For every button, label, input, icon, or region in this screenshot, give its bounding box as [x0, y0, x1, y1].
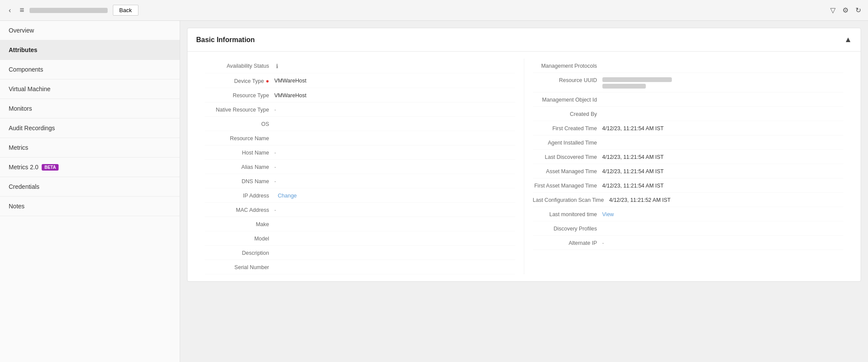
sidebar-item-inner: Components: [9, 66, 171, 73]
info-row: Resource Name: [205, 131, 515, 145]
filter-icon[interactable]: ▽: [829, 4, 837, 16]
hamburger-icon[interactable]: ≡: [20, 6, 24, 15]
info-label: First Created Time: [533, 125, 602, 132]
info-label: Native Resource Type: [205, 106, 274, 113]
info-label: Resource UUID: [533, 76, 602, 83]
info-value: [602, 62, 844, 63]
sidebar-item-metrics-2[interactable]: Metrics 2.0BETA: [0, 158, 180, 177]
info-row: Resource TypeVMWareHost: [205, 88, 515, 102]
info-row: Last Discovered Time4/12/23, 11:21:54 AM…: [533, 150, 844, 164]
sidebar-item-label: Metrics: [9, 144, 28, 151]
back-nav[interactable]: ‹: [5, 7, 14, 14]
sidebar-item-inner: Overview: [9, 27, 171, 34]
info-label: Description: [205, 249, 274, 256]
error-icon: ●: [266, 78, 269, 84]
info-grid: Availability StatusℹDevice Type●VMWareHo…: [196, 59, 852, 274]
change-link[interactable]: Change: [278, 193, 297, 199]
info-label: Management Protocols: [533, 62, 602, 69]
sidebar-item-inner: Credentials: [9, 183, 171, 190]
info-value: [602, 225, 844, 226]
info-row: Last Configuration Scan Time4/12/23, 11:…: [533, 193, 844, 207]
info-label: Alternate IP: [533, 239, 602, 246]
sidebar-item-audit-recordings[interactable]: Audit Recordings: [0, 118, 180, 138]
settings-icon[interactable]: ⚙: [841, 4, 850, 16]
sidebar-item-label: Components: [9, 66, 43, 73]
info-row: OS: [205, 117, 515, 131]
info-value: 4/12/23, 11:21:54 AM IST: [602, 168, 844, 174]
back-button[interactable]: Back: [113, 5, 138, 16]
sidebar-item-components[interactable]: Components: [0, 60, 180, 79]
left-column: Availability StatusℹDevice Type●VMWareHo…: [196, 59, 524, 274]
info-value: -: [274, 178, 515, 184]
refresh-icon[interactable]: ↻: [854, 4, 863, 16]
collapse-button[interactable]: ▲: [844, 35, 852, 44]
info-row: Management Object Id: [533, 92, 844, 107]
info-label: Last Discovered Time: [533, 153, 602, 160]
info-label: Management Object Id: [533, 96, 602, 103]
info-value: VMWareHost: [274, 77, 515, 84]
info-label: Model: [205, 235, 274, 242]
sidebar-item-notes[interactable]: Notes: [0, 197, 180, 216]
info-row: Agent Installed Time: [533, 135, 844, 150]
sidebar-item-label: Overview: [9, 27, 34, 34]
info-row: Discovery Profiles: [533, 221, 844, 236]
info-label: Asset Managed Time: [533, 168, 602, 174]
breadcrumb-blurred: [30, 8, 108, 13]
info-label: Created By: [533, 110, 602, 117]
sidebar-item-monitors[interactable]: Monitors: [0, 99, 180, 118]
info-row: Device Type●VMWareHost: [205, 73, 515, 88]
info-row: Host Name-: [205, 145, 515, 160]
info-label: Last monitored time: [533, 211, 602, 217]
info-label: Agent Installed Time: [533, 139, 602, 146]
sidebar-item-virtual-machine[interactable]: Virtual Machine: [0, 79, 180, 99]
info-row: DNS Name-: [205, 174, 515, 188]
info-value: [602, 76, 844, 89]
info-label: Availability Status: [205, 62, 274, 69]
sidebar-item-label: Attributes: [9, 46, 37, 53]
back-arrow-icon: ‹: [9, 7, 11, 14]
info-value: [274, 220, 515, 221]
sidebar-item-inner: Metrics: [9, 144, 171, 151]
sidebar-item-label: Monitors: [9, 105, 32, 112]
info-row: First Created Time4/12/23, 11:21:54 AM I…: [533, 121, 844, 135]
sidebar-item-metrics[interactable]: Metrics: [0, 138, 180, 158]
view-link[interactable]: View: [602, 211, 614, 217]
sidebar-item-overview[interactable]: Overview: [0, 21, 180, 40]
panel-body: Availability StatusℹDevice Type●VMWareHo…: [187, 52, 861, 281]
info-label: Serial Number: [205, 263, 274, 270]
info-label: Host Name: [205, 149, 274, 156]
sidebar-item-label: Credentials: [9, 183, 39, 190]
info-label: Make: [205, 220, 274, 227]
sidebar-item-inner: Notes: [9, 203, 171, 210]
sidebar-item-credentials[interactable]: Credentials: [0, 177, 180, 197]
sidebar-item-attributes[interactable]: Attributes: [0, 40, 180, 60]
info-row: First Asset Managed Time4/12/23, 11:21:5…: [533, 178, 844, 193]
info-value: [274, 263, 515, 264]
top-bar-left: ‹ ≡ Back: [5, 5, 829, 16]
info-row: Created By: [533, 107, 844, 121]
info-row: Description: [205, 246, 515, 260]
info-row: MAC Address-: [205, 203, 515, 217]
info-value: [274, 235, 515, 236]
info-value: -: [274, 163, 515, 170]
info-value: 4/12/23, 11:21:54 AM IST: [602, 125, 844, 132]
info-value: View: [602, 211, 844, 217]
sidebar-item-label: Audit Recordings: [9, 125, 55, 132]
info-label: First Asset Managed Time: [533, 182, 602, 189]
info-value: Change: [274, 192, 515, 199]
info-value: [602, 110, 844, 111]
info-value: VMWareHost: [274, 92, 515, 99]
info-value: [274, 249, 515, 250]
sidebar-item-inner: Monitors: [9, 105, 171, 112]
info-label: IP Address: [205, 192, 274, 199]
info-value: 4/12/23, 11:21:54 AM IST: [602, 182, 844, 189]
main-layout: OverviewAttributesComponentsVirtual Mach…: [0, 21, 868, 362]
info-label: DNS Name: [205, 178, 274, 184]
info-row: Last monitored timeView: [533, 207, 844, 221]
info-value: [602, 139, 844, 140]
info-label: Resource Name: [205, 135, 274, 142]
info-row: Make: [205, 217, 515, 231]
basic-information-panel: Basic Information ▲ Availability Statusℹ…: [187, 28, 861, 282]
info-value: 4/12/23, 11:21:52 AM IST: [609, 196, 843, 203]
info-row: Alias Name-: [205, 160, 515, 174]
